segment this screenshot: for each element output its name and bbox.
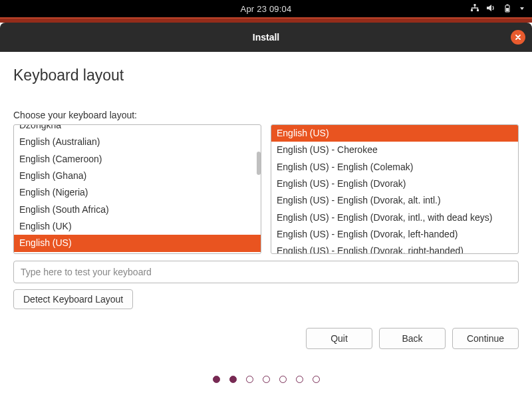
window-frame-accent	[0, 17, 532, 23]
svg-rect-5	[506, 8, 509, 11]
progress-dot	[279, 376, 287, 383]
choose-layout-label: Choose your keyboard layout:	[13, 110, 519, 120]
variant-item[interactable]: English (US) - Cherokee	[271, 142, 518, 158]
layout-item[interactable]: English (Nigeria)	[14, 184, 261, 201]
scrollbar-thumb[interactable]	[257, 152, 261, 175]
quit-button[interactable]: Quit	[306, 328, 372, 349]
system-tray	[470, 3, 525, 15]
svg-rect-1	[471, 9, 473, 11]
layouts-listbox[interactable]: DzongkhaEnglish (Australian)English (Cam…	[13, 124, 261, 254]
battery-icon[interactable]	[503, 3, 512, 15]
back-button[interactable]: Back	[379, 328, 446, 349]
variant-item[interactable]: English (US) - English (Dvorak, right-ha…	[271, 243, 518, 254]
progress-dot	[213, 376, 220, 383]
detect-layout-button[interactable]: Detect Keyboard Layout	[13, 289, 133, 309]
system-topbar: Apr 23 09:04	[0, 0, 532, 17]
clock: Apr 23 09:04	[241, 4, 292, 14]
power-caret-icon[interactable]	[519, 4, 525, 14]
progress-dot	[229, 376, 237, 383]
nav-button-row: Quit Back Continue	[13, 328, 519, 349]
progress-dot	[296, 376, 303, 383]
volume-icon[interactable]	[486, 3, 496, 15]
variant-item[interactable]: English (US) - English (Dvorak, left-han…	[271, 226, 518, 243]
progress-dot	[246, 376, 253, 383]
layout-lists-row: DzongkhaEnglish (Australian)English (Cam…	[13, 124, 519, 254]
svg-rect-4	[507, 4, 509, 5]
close-icon	[515, 34, 521, 41]
variant-item[interactable]: English (US) - English (Dvorak)	[271, 176, 518, 192]
installer-content: Keyboard layout Choose your keyboard lay…	[0, 52, 532, 383]
window-titlebar: Install	[0, 23, 532, 52]
svg-rect-0	[474, 4, 476, 6]
layout-item[interactable]: English (South Africa)	[14, 201, 261, 218]
variant-item[interactable]: English (US) - English (Dvorak, alt. int…	[271, 192, 518, 209]
network-icon[interactable]	[470, 3, 479, 15]
layout-item[interactable]: English (US)	[14, 235, 261, 251]
layout-item[interactable]: English (Australian)	[14, 134, 261, 150]
svg-rect-2	[477, 9, 479, 11]
variant-item[interactable]: English (US)	[271, 125, 518, 142]
variants-listbox[interactable]: English (US)English (US) - CherokeeEngli…	[271, 124, 519, 254]
window-title: Install	[253, 32, 279, 43]
variant-item[interactable]: English (US) - English (Colemak)	[271, 159, 518, 176]
progress-dot	[313, 376, 320, 383]
continue-button[interactable]: Continue	[452, 328, 519, 349]
layout-item[interactable]: English (Cameroon)	[14, 151, 261, 168]
progress-dot	[263, 376, 270, 383]
layout-item[interactable]: Dzongkha	[14, 124, 261, 134]
progress-dots	[13, 376, 519, 383]
variant-item[interactable]: English (US) - English (Dvorak, intl., w…	[271, 209, 518, 226]
page-title: Keyboard layout	[13, 66, 519, 84]
layout-item[interactable]: English (Ghana)	[14, 168, 261, 184]
test-keyboard-input[interactable]	[13, 261, 519, 283]
layout-item[interactable]: English (UK)	[14, 218, 261, 235]
close-button[interactable]	[511, 30, 525, 45]
layout-item[interactable]: Esperanto	[14, 252, 261, 255]
